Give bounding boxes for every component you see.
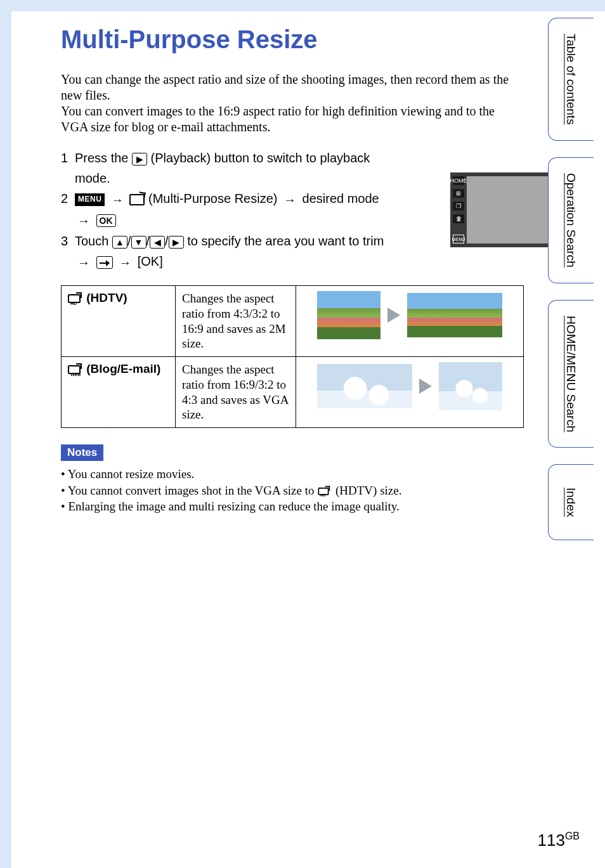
arrow-right-icon: →	[108, 193, 126, 207]
note-text-part: You cannot convert images shot in the VG…	[68, 484, 318, 497]
page-number-value: 113	[537, 831, 564, 850]
arrow-right-icon: →	[281, 193, 299, 207]
step-text: (Multi-Purpose Resize)	[148, 191, 281, 205]
screen-left-icons: HOME ⊞ ❐ 🗑 MENU	[452, 176, 465, 243]
step-1: 1 Press the ▶ (Playback) button to switc…	[61, 148, 384, 188]
menu-icon: MENU	[453, 235, 464, 243]
before-thumbnail	[317, 364, 412, 408]
hdtv-mode-icon: HD	[318, 488, 329, 495]
step-text: desired mode	[302, 191, 379, 205]
page-number: 113GB	[537, 831, 580, 850]
step-3: 3 Touch ▲/▼/◀/▶ to specify the area you …	[61, 231, 384, 273]
list-item: Enlarging the image and multi resizing c…	[61, 498, 524, 515]
arrow-right-icon: →	[75, 256, 93, 269]
tab-home-menu-search[interactable]: HOME/MENU Search	[548, 300, 594, 448]
tab-table-of-contents[interactable]: Table of contents	[548, 18, 594, 141]
proceed-icon	[96, 256, 113, 269]
multi-purpose-resize-icon	[129, 194, 145, 205]
side-nav-tabs: Table of contents Operation Search HOME/…	[548, 18, 594, 540]
step-text: [OK]	[138, 254, 163, 268]
home-icon: HOME	[453, 176, 464, 185]
dpad-right-icon: ▶	[169, 236, 184, 249]
notes-list: You cannot resize movies. You cannot con…	[61, 466, 524, 515]
mode-description: Changes the aspect ratio from 4:3/3:2 to…	[176, 286, 296, 357]
resize-modes-table: HD (HDTV) Changes the aspect ratio from …	[61, 285, 524, 428]
after-thumbnail	[407, 293, 502, 337]
step-number: 1	[61, 148, 75, 188]
mode-description: Changes the aspect ratio from 16:9/3:2 t…	[176, 357, 296, 428]
arrow-right-icon	[419, 379, 432, 394]
mode-label: (HDTV)	[86, 291, 127, 304]
list-item: You cannot convert images shot in the VG…	[61, 483, 524, 499]
tab-index[interactable]: Index	[548, 464, 594, 540]
table-row: HD (HDTV) Changes the aspect ratio from …	[62, 286, 524, 357]
steps-list: 1 Press the ▶ (Playback) button to switc…	[61, 148, 384, 273]
after-thumbnail	[439, 362, 502, 410]
notes-heading: Notes	[61, 444, 103, 461]
dpad-down-icon: ▼	[131, 236, 146, 249]
slideshow-icon: ❐	[453, 202, 464, 211]
page-title: Multi-Purpose Resize	[61, 25, 524, 54]
hdtv-mode-icon: HD	[68, 294, 81, 303]
grid-icon: ⊞	[453, 189, 464, 198]
arrow-right-icon	[387, 308, 400, 323]
arrow-right-icon: →	[75, 214, 93, 228]
menu-badge-icon: MENU	[75, 193, 105, 206]
dpad-left-icon: ◀	[150, 236, 165, 249]
list-item: You cannot resize movies.	[61, 466, 524, 483]
step-text: to specify the area you want to trim	[187, 234, 384, 248]
blog-email-mode-icon: WEB	[68, 365, 81, 374]
step-text: Press the	[75, 151, 132, 165]
intro-paragraph: You can change the aspect ratio and size…	[61, 72, 524, 135]
mode-label: (Blog/E-mail)	[86, 362, 160, 375]
page-number-suffix: GB	[565, 831, 580, 841]
left-accent-bar	[0, 0, 11, 868]
step-2: 2 MENU → (Multi-Purpose Resize) → desire…	[61, 188, 384, 231]
ok-button-icon: OK	[96, 214, 116, 227]
step-number: 2	[61, 188, 75, 231]
step-text: Touch	[75, 234, 112, 248]
step-number: 3	[61, 231, 75, 273]
playback-icon: ▶	[132, 153, 147, 165]
dpad-up-icon: ▲	[112, 236, 127, 249]
table-row: WEB (Blog/E-mail) Changes the aspect rat…	[62, 357, 524, 428]
before-thumbnail	[317, 291, 381, 339]
page-content: Multi-Purpose Resize You can change the …	[61, 25, 524, 515]
note-text-part: (HDTV) size.	[335, 484, 401, 497]
top-accent-bar	[0, 0, 605, 11]
tab-operation-search[interactable]: Operation Search	[548, 157, 594, 283]
arrow-right-icon: →	[116, 256, 134, 269]
trash-icon: 🗑	[453, 214, 464, 223]
